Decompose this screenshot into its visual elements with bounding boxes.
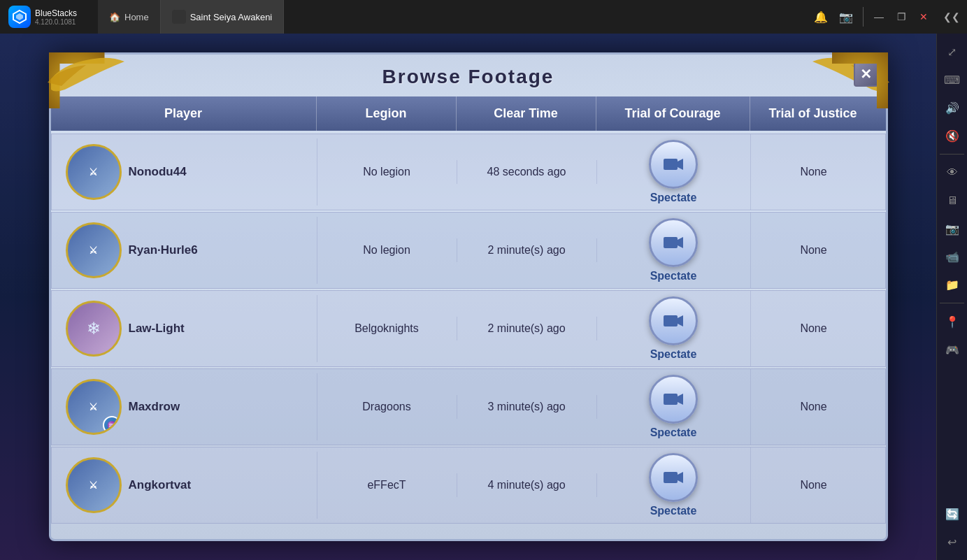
avatar-inner: ⚔ — [69, 148, 118, 196]
trial-justice-cell: None — [751, 473, 877, 497]
home-tab-label: Home — [124, 12, 149, 22]
spectate-label: Spectate — [650, 348, 697, 361]
svg-marker-1 — [16, 13, 23, 20]
tab-game[interactable]: Saint Seiya Awakeni — [161, 0, 285, 34]
legion-cell: eFFecT — [317, 473, 457, 497]
player-cell: ❄ Law-Light — [52, 295, 317, 362]
player-name: Law-Light — [129, 322, 185, 336]
titlebar: BlueStacks 4.120.0.1081 🏠 Home Saint Sei… — [0, 0, 967, 34]
video-camera-icon — [662, 310, 685, 332]
player-cell: ⚔ Ryan·Hurle6 — [52, 217, 317, 284]
sidebar-expand-icon[interactable]: ⤢ — [940, 39, 965, 64]
spectate-label: Spectate — [650, 270, 697, 282]
spectate-label: Spectate — [650, 426, 697, 439]
spectate-icon[interactable] — [649, 140, 698, 189]
svg-marker-3 — [678, 159, 683, 170]
spectate-button[interactable]: Spectate — [603, 296, 745, 361]
svg-rect-6 — [664, 315, 678, 326]
bluestacks-name: BlueStacks — [35, 8, 77, 18]
back-button[interactable]: ❮❮ — [942, 7, 961, 27]
sidebar-volume-icon[interactable]: 🔊 — [940, 95, 965, 120]
modal-title-bar: Browse Footage ✕ — [51, 55, 886, 96]
sidebar-keyboard-icon[interactable]: ⌨ — [940, 67, 965, 92]
spectate-button[interactable]: Spectate — [603, 453, 745, 517]
titlebar-controls: 🔔 📷 — ❐ ✕ ❮❮ — [810, 6, 967, 28]
bluestacks-logo — [8, 6, 31, 28]
trial-courage-cell[interactable]: Spectate — [597, 369, 751, 445]
trial-courage-cell[interactable]: Spectate — [597, 291, 751, 366]
maximize-button[interactable]: ❐ — [891, 7, 911, 27]
sidebar-location-icon[interactable]: 📍 — [940, 309, 965, 334]
svg-marker-11 — [678, 472, 683, 483]
legion-cell: Belgoknights — [317, 317, 457, 340]
avatar-badge: ♒ — [103, 416, 121, 434]
game-area: Browse Footage ✕ Player Legion Clear Tim… — [0, 34, 936, 560]
svg-rect-10 — [664, 472, 678, 483]
table-row: ⚔ Ryan·Hurle6 No legion 2 minute(s) ago — [51, 212, 886, 289]
spectate-icon[interactable] — [649, 453, 698, 502]
spectate-icon[interactable] — [649, 375, 698, 424]
svg-rect-4 — [664, 237, 678, 248]
video-camera-icon — [662, 466, 685, 489]
sidebar-folder-icon[interactable]: 📁 — [940, 272, 965, 297]
spectate-button[interactable]: Spectate — [603, 218, 745, 282]
sidebar-record-icon[interactable]: 📹 — [940, 244, 965, 269]
close-button[interactable]: ✕ — [914, 7, 933, 27]
clear-time-cell: 2 minute(s) ago — [457, 238, 597, 262]
avatar-inner: ⚔ — [69, 461, 118, 510]
avatar-inner: ⚔ — [69, 226, 118, 275]
col-clear-time: Clear Time — [457, 96, 596, 131]
camera-icon[interactable]: 📷 — [835, 6, 857, 28]
clear-time-cell: 4 minute(s) ago — [457, 473, 597, 497]
avatar: ⚔ — [66, 222, 122, 278]
col-trial-courage: Trial of Courage — [596, 96, 750, 131]
minimize-button[interactable]: — — [869, 7, 889, 27]
spectate-icon[interactable] — [649, 296, 698, 345]
sidebar-screenshot-icon[interactable]: 📷 — [940, 216, 965, 241]
spectate-icon[interactable] — [649, 218, 698, 267]
sidebar-eye-icon[interactable]: 👁 — [940, 160, 965, 185]
home-tab-icon: 🏠 — [109, 12, 120, 22]
table-header: Player Legion Clear Time Trial of Courag… — [51, 96, 886, 131]
bluestacks-version: 4.120.0.1081 — [35, 18, 77, 26]
player-cell: ⚔ Angkortvat — [52, 452, 317, 519]
clear-time-cell: 2 minute(s) ago — [457, 317, 597, 340]
bluestacks-logo-area: BlueStacks 4.120.0.1081 — [0, 6, 98, 28]
trial-courage-cell[interactable]: Spectate — [597, 213, 751, 288]
player-name: Maxdrow — [129, 400, 180, 414]
spectate-button[interactable]: Spectate — [603, 375, 745, 439]
svg-rect-8 — [664, 394, 678, 405]
table-row: ⚔ ♒ Maxdrow Dragoons 3 minute(s) ago Sp — [51, 368, 886, 445]
legion-cell: No legion — [317, 238, 457, 262]
spectate-label: Spectate — [650, 192, 697, 204]
notification-bell-icon[interactable]: 🔔 — [810, 6, 832, 28]
right-sidebar: ⤢ ⌨ 🔊 🔇 👁 🖥 📷 📹 📁 📍 🎮 🔄 ↩ — [936, 34, 967, 560]
player-cell: ⚔ Nonodu44 — [52, 138, 317, 206]
browse-footage-modal: Browse Footage ✕ Player Legion Clear Tim… — [49, 52, 888, 541]
sidebar-back-icon[interactable]: ↩ — [940, 529, 965, 554]
modal-title: Browse Footage — [382, 66, 554, 87]
avatar: ⚔ — [66, 457, 122, 513]
tab-home[interactable]: 🏠 Home — [98, 0, 161, 34]
video-camera-icon — [662, 231, 685, 254]
sidebar-mute-icon[interactable]: 🔇 — [940, 123, 965, 148]
svg-marker-7 — [678, 315, 683, 326]
svg-rect-2 — [664, 159, 678, 170]
trial-courage-cell[interactable]: Spectate — [597, 134, 751, 210]
table-row: ⚔ Nonodu44 No legion 48 seconds ago Sp — [51, 134, 886, 210]
avatar: ⚔ ♒ — [66, 379, 122, 435]
legion-cell: Dragoons — [317, 395, 457, 419]
game-tab-label: Saint Seiya Awakeni — [190, 12, 273, 22]
sidebar-controls-icon[interactable]: 🎮 — [940, 337, 965, 362]
sidebar-rotate-icon[interactable]: 🔄 — [940, 501, 965, 526]
spectate-button[interactable]: Spectate — [603, 140, 745, 204]
sidebar-display-icon[interactable]: 🖥 — [940, 188, 965, 213]
table-row: ⚔ Angkortvat eFFecT 4 minute(s) ago Sp — [51, 447, 886, 524]
trial-courage-cell[interactable]: Spectate — [597, 447, 751, 523]
trial-justice-cell: None — [751, 317, 877, 340]
player-name: Angkortvat — [129, 478, 192, 492]
avatar: ⚔ — [66, 144, 122, 200]
player-cell: ⚔ ♒ Maxdrow — [52, 373, 317, 440]
modal-close-button[interactable]: ✕ — [854, 62, 879, 87]
modal-overlay: Browse Footage ✕ Player Legion Clear Tim… — [0, 34, 936, 560]
